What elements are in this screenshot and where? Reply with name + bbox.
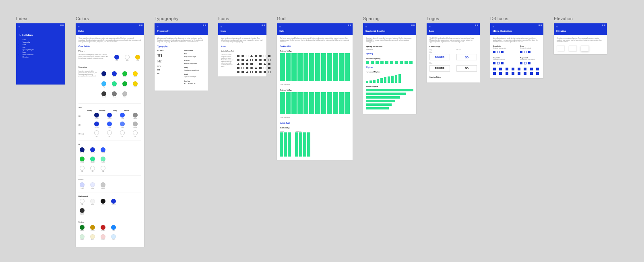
index-nav-item[interactable]: Grid — [23, 47, 62, 49]
swatch-label: Charcoal — [102, 97, 106, 98]
shadow-level-1 — [557, 45, 565, 51]
section-heading: Icons — [221, 45, 264, 48]
type-sample: TitleBody / Extra Large — [184, 53, 205, 58]
color-swatch[interactable]: Blue — [113, 55, 120, 62]
index-nav-item[interactable]: Typography — [23, 41, 62, 43]
swatch-label: #2f5bff — [101, 153, 105, 154]
color-swatch[interactable]: #1835d8 — [89, 147, 96, 154]
color-swatch[interactable]: #111111 — [99, 199, 107, 206]
color-swatch[interactable]: #d6efdc — [78, 234, 86, 241]
tint-row-label: 200 — [78, 124, 87, 126]
system-swatch-row: #d6efdc#f7efce#f6d4d4#d5ecff — [78, 234, 141, 241]
color-swatch[interactable]: ring — [132, 130, 139, 137]
color-swatch[interactable]: #e6eaff — [89, 182, 96, 189]
artboard-logos[interactable]: ∞ Logo The DOOR3 wordmark and the loop m… — [427, 23, 480, 83]
color-swatch[interactable]: ring — [106, 130, 113, 137]
color-swatch[interactable]: Leaf — [121, 81, 128, 88]
color-swatch[interactable]: White — [124, 55, 131, 62]
color-swatch[interactable]: #5a82ff — [119, 122, 126, 128]
artboard-grid[interactable]: ∞ Grid The layout system is a 12-column … — [277, 23, 353, 160]
color-swatch[interactable]: #c21d1d — [99, 225, 107, 232]
color-swatch[interactable]: #0a1c80 — [93, 113, 100, 120]
color-swatch[interactable]: Blue — [111, 71, 118, 78]
rhythm-bar — [366, 89, 413, 91]
color-swatch[interactable]: #f6d4d4 — [99, 234, 107, 241]
color-swatch[interactable]: #f4f4f4 — [89, 199, 96, 206]
artboard-colors[interactable]: ∞ Color These guidelines document the co… — [76, 23, 144, 247]
tint-row: 200#1835d8#2f5bff#5a82ff#b5b5b5 — [78, 122, 141, 128]
h4-sample: H4 — [157, 69, 178, 72]
tint-row-label: 100 — [78, 116, 87, 117]
index-nav-item[interactable]: Logo — [23, 52, 62, 54]
color-swatch[interactable]: #2f5bff — [99, 147, 107, 154]
swatch-label: ring — [102, 171, 104, 173]
color-swatch[interactable]: #f7efce — [89, 234, 96, 241]
color-swatch[interactable]: #8d8d8d — [132, 113, 139, 120]
grid-note: 12 col · 16px gutter — [280, 117, 350, 118]
artboard-elevation[interactable]: ∞ Elevation Elevation communicates layer… — [554, 23, 607, 54]
swatch-dot — [90, 182, 95, 187]
color-swatch[interactable]: Mint — [111, 81, 118, 88]
artboard-typography[interactable]: ∞ Typography All display and body type o… — [155, 23, 208, 91]
color-swatch[interactable]: ring — [93, 130, 100, 137]
color-swatch[interactable]: Sky — [100, 81, 107, 88]
color-swatch[interactable]: ring — [99, 166, 107, 173]
color-swatch[interactable]: ring — [78, 166, 86, 173]
swatch-label: #1835d8 — [91, 153, 95, 154]
grid-variant-label: Desktop 1440px — [280, 50, 350, 52]
artboard-d3-icons[interactable]: ∞ Micro-illustrations Micro-illustration… — [490, 23, 543, 78]
color-swatch[interactable]: #ffffff — [78, 199, 86, 206]
color-swatch[interactable]: #b5b5b5 — [132, 122, 139, 128]
tint-cell: #8d8d8d — [132, 113, 138, 120]
color-swatch[interactable]: #2f5bff — [106, 122, 113, 128]
swatch-label: Green — [123, 76, 126, 78]
index-nav-item[interactable]: Icons — [23, 44, 62, 46]
micro-icon — [506, 72, 508, 75]
color-swatch[interactable]: #2d2d2d — [78, 208, 86, 215]
index-nav-item[interactable]: Spacing & Rhythm — [23, 49, 62, 51]
artboard-spacing[interactable]: ∞ Spacing & Rhythm Spacing is derived fr… — [363, 23, 416, 114]
color-swatch[interactable]: #1886ff — [110, 225, 117, 232]
swatch-label: ring — [122, 136, 123, 138]
color-swatch[interactable]: #0a1c80 — [78, 147, 86, 154]
brand-glyph-icon: ∞ — [365, 25, 367, 28]
color-swatch[interactable]: Navy — [100, 71, 107, 78]
color-swatch[interactable]: #1835d8 — [106, 113, 113, 120]
color-swatch[interactable]: Gold — [134, 55, 141, 62]
vertical-rhythm-row — [366, 89, 413, 109]
artboard-index[interactable]: ∞ 1. Guidelines Color Typography Icons G… — [16, 23, 65, 85]
swatch-dot — [112, 91, 117, 96]
color-swatch[interactable]: Charcoal — [100, 91, 107, 98]
color-swatch[interactable]: #1835d8 — [110, 199, 117, 206]
color-swatch[interactable]: #c8c8c8 — [99, 182, 107, 189]
type-sample-label: Title — [184, 53, 205, 55]
elevation-samples — [557, 45, 604, 51]
color-swatch[interactable]: #2f5bff — [119, 113, 126, 120]
color-swatch[interactable]: #17c43b — [78, 157, 86, 163]
swatch-label: #d6efdc — [80, 239, 84, 241]
spacing-bar — [400, 61, 403, 64]
color-swatch[interactable]: #29e38f — [89, 157, 96, 163]
color-swatch[interactable]: #1835d8 — [93, 122, 100, 128]
color-swatch[interactable]: #c79300 — [89, 225, 96, 232]
color-swatch[interactable]: #cfd6ff — [78, 182, 86, 189]
index-nav-item[interactable]: Micro-illustrations — [23, 54, 62, 56]
color-swatch[interactable]: ring — [89, 166, 96, 173]
color-swatch[interactable]: Green — [121, 71, 128, 78]
color-swatch[interactable]: ring — [119, 130, 126, 137]
color-swatch[interactable]: #6cf0b6 — [99, 157, 107, 163]
index-nav-item[interactable]: Elevation — [23, 56, 62, 58]
design-system-canvas[interactable]: Index ∞ 1. Guidelines Color Typography I… — [0, 0, 644, 262]
color-swatch[interactable]: #d5ecff — [110, 234, 117, 241]
index-nav-item[interactable]: Color — [23, 39, 62, 41]
micro-icon — [493, 72, 496, 75]
brand-glyph-icon: ∞ — [157, 25, 159, 28]
color-swatch[interactable]: Silver — [121, 91, 128, 98]
swatch-dot — [101, 182, 105, 187]
grid-variant-label: Mobile 320px — [280, 127, 350, 129]
color-swatch[interactable]: #0a7d1e — [78, 225, 86, 232]
artboard-icons[interactable]: ∞ Icons Icons are drawn at a single scal… — [218, 23, 266, 76]
color-swatch[interactable]: Amber — [132, 81, 139, 88]
color-swatch[interactable]: Yellow — [132, 71, 139, 78]
color-swatch[interactable]: Gray — [111, 91, 118, 98]
